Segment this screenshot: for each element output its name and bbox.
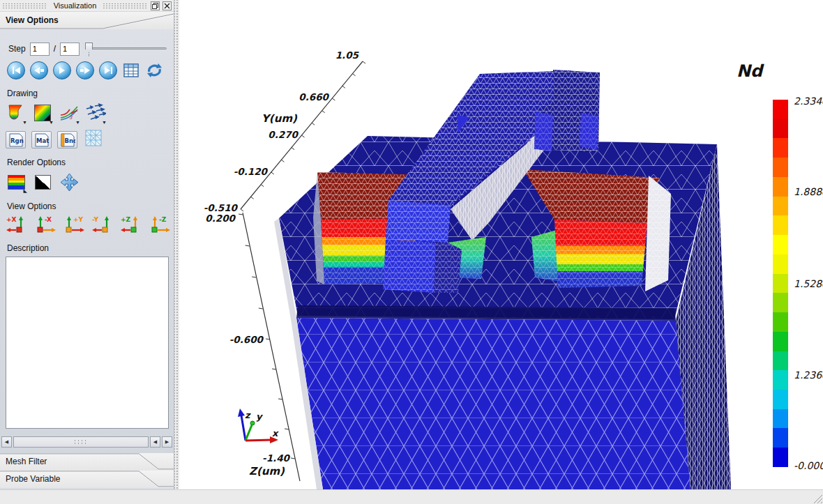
colorbar-segment: [773, 448, 788, 467]
close-icon: [164, 3, 170, 9]
colorbar-segment: [773, 409, 788, 429]
view-minus-z-icon: -Z: [149, 215, 172, 234]
step-back-button[interactable]: [30, 61, 48, 79]
y-tick-label: 0.660: [299, 91, 329, 102]
step-forward-button[interactable]: [76, 61, 94, 79]
vector-field-button[interactable]: ▼: [85, 102, 106, 123]
render-options-label: Render Options: [0, 148, 174, 167]
solid-draw-button[interactable]: ▼: [6, 102, 27, 123]
svg-text:3: 3: [69, 115, 73, 121]
close-button[interactable]: [163, 1, 172, 10]
float-button[interactable]: [151, 1, 160, 10]
colorbar-tick-label: 2.334e+20: [794, 96, 823, 107]
view-minus-y-button[interactable]: -Y: [91, 215, 114, 234]
drawing-button-row: Rgn Mat Bnd: [0, 123, 174, 148]
play-button[interactable]: [53, 61, 71, 79]
pan-move-button[interactable]: [59, 171, 80, 192]
scroll-left-button-2[interactable]: ◀: [150, 436, 160, 448]
view-plus-z-button[interactable]: +Z: [120, 215, 143, 234]
z-tick-label: -1.40: [262, 452, 291, 464]
region-page-icon: Rgn: [8, 133, 24, 147]
tab-probe-variable[interactable]: Probe Variable: [0, 471, 174, 488]
view-minus-x-button[interactable]: -X: [34, 215, 57, 234]
horizontal-scrollbar[interactable]: ◀ ◀ ▶: [1, 436, 172, 448]
svg-text:Rgn: Rgn: [10, 137, 24, 144]
view-axis-row: +X -X: [0, 211, 174, 234]
colorbar-tick-label: -0.000: [794, 460, 823, 471]
scrollbar-grip[interactable]: [73, 439, 89, 445]
y-tick-label: -0.120: [234, 166, 269, 177]
contour-lines-button[interactable]: 3 ▼: [59, 102, 80, 123]
view-plus-y-button[interactable]: +Y: [63, 215, 86, 234]
tab-view-options[interactable]: View Options: [0, 12, 174, 29]
scroll-left-button[interactable]: ◀: [1, 436, 12, 448]
dropdown-arrow-icon: ▼: [102, 120, 107, 125]
step-navigation: [0, 56, 174, 79]
svg-text:Mat: Mat: [36, 137, 49, 144]
colorbar-title: Nd: [737, 61, 762, 81]
step-slider[interactable]: [84, 42, 168, 56]
table-button[interactable]: [122, 61, 140, 79]
scrollbar-track[interactable]: [13, 436, 149, 448]
application-window: Visualization View Options: [0, 0, 823, 504]
step-current-input[interactable]: [30, 43, 50, 56]
dropdown-arrow-icon: ▼: [49, 120, 54, 125]
titlebar-texture: [103, 3, 148, 9]
mesh-grid-icon: [85, 130, 102, 146]
boundary-button[interactable]: Bnd: [57, 131, 77, 148]
dock-titlebar[interactable]: Visualization: [0, 0, 174, 12]
y-axis-title: Y(um): [262, 112, 298, 125]
skip-last-button[interactable]: [99, 61, 117, 79]
view-minus-z-button[interactable]: -Z: [149, 215, 172, 234]
material-page-icon: Mat: [34, 133, 50, 147]
drawing-icon-row: ▼ ▼ 3 ▼: [0, 98, 174, 123]
colorbar-toggle-icon: [8, 175, 25, 190]
colorbar-gradient: [773, 100, 788, 467]
colorbar-segment: [773, 177, 788, 197]
z-axis-title: Z(um): [249, 465, 285, 478]
colorbar-segment: [773, 235, 788, 254]
dock-splitter[interactable]: [174, 0, 179, 489]
view-options-panel: Step /: [0, 29, 174, 453]
tab-probe-variable-label: Probe Variable: [6, 474, 61, 484]
step-total-input[interactable]: [60, 43, 80, 56]
tab-mesh-filter-label: Mesh Filter: [6, 457, 47, 466]
colormap-button[interactable]: ▼: [32, 102, 53, 123]
scroll-right-button[interactable]: ▶: [162, 436, 172, 448]
colorbar-tick-label: 1.888e+15: [794, 186, 823, 197]
status-bar: [0, 489, 823, 504]
colorbar-segment: [773, 332, 788, 351]
svg-text:Bnd: Bnd: [64, 137, 75, 144]
material-button[interactable]: Mat: [31, 131, 52, 148]
y-tick-label: 1.05: [335, 49, 360, 61]
colorbar-segment: [773, 274, 788, 293]
lighting-toggle-button[interactable]: [32, 171, 53, 192]
z-tick-label: -0.600: [229, 334, 264, 345]
colorbar-segment: [773, 370, 788, 390]
render-viewport[interactable]: 1.05 0.660 0.270 -0.120 -0.510 Y(um) 0.2…: [179, 0, 823, 489]
colorbar-tick-label: 1.528e+10: [794, 278, 823, 289]
description-textarea[interactable]: [6, 257, 169, 429]
dropdown-arrow-icon: ◣: [24, 188, 27, 194]
dropdown-arrow-icon: ▼: [22, 120, 27, 125]
refresh-button[interactable]: [145, 61, 163, 79]
float-icon: [152, 3, 158, 9]
colorbar-segment: [773, 100, 788, 119]
svg-text:+X: +X: [6, 216, 17, 223]
slider-handle[interactable]: [85, 43, 93, 53]
skip-first-button[interactable]: [7, 61, 25, 79]
table-icon: [123, 62, 139, 79]
device-3d-scene[interactable]: 1.05 0.660 0.270 -0.120 -0.510 Y(um) 0.2…: [179, 0, 823, 489]
refresh-icon: [146, 62, 163, 79]
view-plus-x-button[interactable]: +X: [6, 215, 29, 234]
boundary-page-icon: Bnd: [60, 133, 75, 147]
slider-track[interactable]: [85, 47, 167, 49]
region-button[interactable]: Rgn: [6, 131, 26, 148]
colorbar-segment: [773, 390, 788, 409]
mesh-grid-button[interactable]: [83, 128, 104, 148]
colorbar-segment: [773, 138, 788, 158]
resize-grip-icon[interactable]: [813, 494, 822, 503]
colorbar-toggle-button[interactable]: ◣: [6, 171, 27, 192]
tab-mesh-filter[interactable]: Mesh Filter: [0, 453, 174, 471]
triad-z-label: z: [245, 410, 251, 420]
